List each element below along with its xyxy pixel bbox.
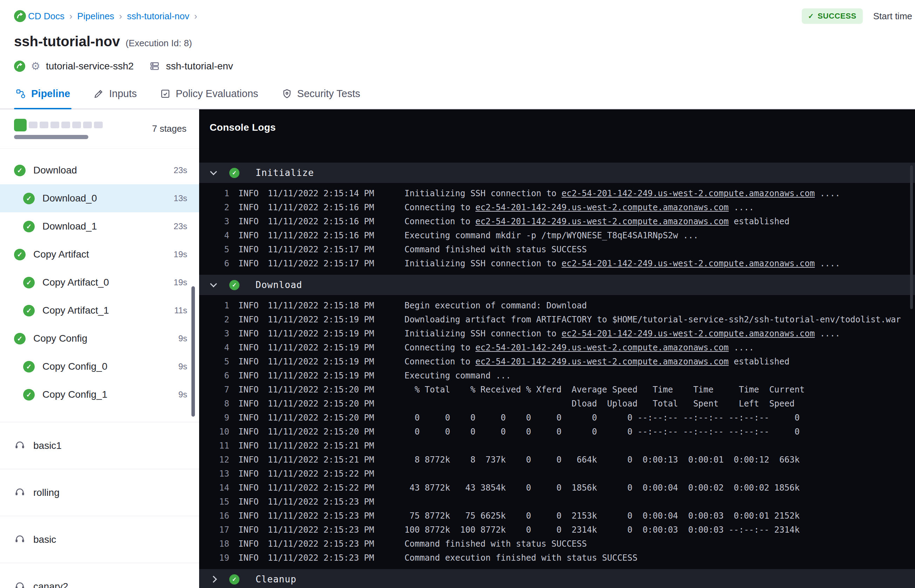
execution-sidebar: 7 stages ✓Download23s✓Download_013s✓Down… — [0, 109, 199, 588]
minimap-scroll-indicator[interactable] — [14, 135, 88, 139]
stage-duration: 9s — [178, 390, 187, 399]
log-timestamp: 11/11/2022 2:15:22 PM — [268, 467, 379, 481]
chevron-down-icon[interactable] — [210, 168, 217, 175]
log-timestamp: 11/11/2022 2:15:18 PM — [268, 299, 379, 313]
console-logs-title: Console Logs — [199, 109, 915, 133]
log-host-link[interactable]: ec2-54-201-142-249.us-west-2.compute.ama… — [475, 357, 729, 367]
log-timestamp: 11/11/2022 2:15:22 PM — [268, 481, 379, 495]
log-message: 0 0 0 0 0 0 0 0 --:--:-- --:--:-- --:--:… — [404, 411, 800, 425]
log-line-number: 2 — [199, 200, 229, 215]
stage-item-copy-artifact-1[interactable]: ✓Copy Artifact_111s — [0, 296, 199, 325]
log-line-number: 6 — [199, 368, 229, 383]
breadcrumb-link-ssh-tutorial-nov[interactable]: ssh-tutorial-nov — [127, 11, 189, 22]
log-line-number: 8 — [199, 397, 229, 411]
pipeline-item-canary2[interactable]: canary2 — [0, 563, 199, 588]
tab-label: Inputs — [109, 88, 137, 100]
service-gear-icon: ⚙ — [31, 61, 40, 71]
log-timestamp: 11/11/2022 2:15:19 PM — [268, 368, 379, 383]
log-level: INFO — [238, 495, 259, 509]
section-success-icon: ✓ — [229, 168, 239, 178]
inputs-icon — [93, 88, 104, 99]
log-message: 75 8772k 75 6625k 0 0 2153k 0 0:00:04 0:… — [404, 509, 800, 523]
tab-inputs[interactable]: Inputs — [92, 88, 138, 109]
log-line-number: 7 — [199, 383, 229, 397]
log-host-link[interactable]: ec2-54-201-142-249.us-west-2.compute.ama… — [475, 216, 729, 226]
pipeline-stage-icon — [14, 580, 26, 588]
log-level: INFO — [238, 411, 259, 425]
chevron-right-icon[interactable] — [210, 576, 217, 583]
log-line-number: 13 — [199, 467, 229, 481]
log-host-link[interactable]: ec2-54-201-142-249.us-west-2.compute.ama… — [562, 189, 815, 198]
tab-policy-evaluations[interactable]: Policy Evaluations — [158, 88, 259, 109]
log-host-link[interactable]: ec2-54-201-142-249.us-west-2.compute.ama… — [475, 343, 729, 352]
tab-label: Pipeline — [31, 88, 70, 100]
breadcrumb-separator: › — [194, 11, 197, 21]
breadcrumb-link-cd-docs[interactable]: CD Docs — [28, 11, 65, 22]
stage-item-copy-config-0[interactable]: ✓Copy Config_09s — [0, 352, 199, 381]
harness-cd-icon — [14, 10, 26, 22]
stage-duration: 9s — [178, 334, 187, 343]
log-host-link[interactable]: ec2-54-201-142-249.us-west-2.compute.ama… — [475, 202, 729, 212]
log-line: 4INFO11/11/2022 2:15:19 PMConnecting to … — [199, 341, 915, 355]
tab-security-tests[interactable]: Security Tests — [280, 88, 362, 109]
execution-id: (Execution Id: 8) — [126, 38, 192, 49]
log-timestamp: 11/11/2022 2:15:20 PM — [268, 425, 379, 439]
title-row: ssh-tutorial-nov (Execution Id: 8) — [0, 24, 915, 49]
chevron-down-icon[interactable] — [210, 280, 217, 288]
service-name[interactable]: tutorial-service-ssh2 — [46, 61, 134, 72]
log-line: 3INFO11/11/2022 2:15:19 PMInitializing S… — [199, 326, 915, 341]
log-level: INFO — [238, 355, 259, 368]
stage-success-icon: ✓ — [14, 165, 26, 176]
pipeline-label: basic — [33, 534, 56, 545]
breadcrumb-link-pipelines[interactable]: Pipelines — [77, 11, 114, 22]
tab-pipeline[interactable]: Pipeline — [14, 88, 71, 109]
log-line-number: 16 — [199, 509, 229, 523]
stage-label: Copy Config_1 — [42, 389, 107, 400]
log-host-link[interactable]: ec2-54-201-142-249.us-west-2.compute.ama… — [562, 258, 815, 268]
stage-item-download-0[interactable]: ✓Download_013s — [0, 184, 199, 212]
log-section-body: 1INFO11/11/2022 2:15:14 PMInitializing S… — [199, 183, 915, 275]
stage-item-copy-config[interactable]: ✓Copy Config9s — [0, 325, 199, 352]
tab-label: Policy Evaluations — [176, 88, 258, 100]
pipeline-item-basic1[interactable]: basic1 — [0, 422, 199, 469]
breadcrumb-separator: › — [70, 11, 72, 21]
log-timestamp: 11/11/2022 2:15:21 PM — [268, 439, 379, 453]
log-timestamp: 11/11/2022 2:15:17 PM — [268, 242, 379, 257]
stage-minimap-blocks — [14, 119, 103, 139]
log-timestamp: 11/11/2022 2:15:19 PM — [268, 341, 379, 355]
stage-item-copy-artifact-0[interactable]: ✓Copy Artifact_019s — [0, 268, 199, 296]
stage-item-copy-artifact[interactable]: ✓Copy Artifact19s — [0, 241, 199, 268]
log-section-header-cleanup[interactable]: ✓Cleanup — [199, 569, 915, 588]
log-message: Begin execution of command: Download — [404, 299, 587, 313]
log-line-number: 19 — [199, 551, 229, 565]
log-level: INFO — [238, 523, 259, 537]
log-level: INFO — [238, 368, 259, 383]
stage-success-icon: ✓ — [23, 361, 35, 373]
log-timestamp: 11/11/2022 2:15:23 PM — [268, 495, 379, 509]
log-level: INFO — [238, 326, 259, 341]
log-timestamp: 11/11/2022 2:15:14 PM — [268, 186, 379, 200]
log-section-header-initialize[interactable]: ✓Initialize — [199, 163, 915, 183]
stage-item-download-1[interactable]: ✓Download_123s — [0, 212, 199, 241]
log-line: 4INFO11/11/2022 2:15:16 PMExecuting comm… — [199, 228, 915, 242]
security-tests-icon — [281, 88, 293, 99]
log-level: INFO — [238, 453, 259, 467]
log-line-number: 12 — [199, 453, 229, 467]
stage-duration: 11s — [174, 305, 187, 315]
log-level: INFO — [238, 299, 259, 313]
log-line: 10INFO11/11/2022 2:15:20 PM 0 0 0 0 0 0 … — [199, 425, 915, 439]
stage-list: ✓Download23s✓Download_013s✓Download_123s… — [0, 149, 199, 409]
sidebar-scrollbar[interactable] — [191, 286, 195, 417]
console-scrollbar[interactable] — [910, 165, 913, 309]
stage-item-copy-config-1[interactable]: ✓Copy Config_19s — [0, 381, 199, 409]
log-host-link[interactable]: ec2-54-201-142-249.us-west-2.compute.ama… — [562, 329, 815, 339]
pipeline-item-basic[interactable]: basic — [0, 516, 199, 563]
log-section-header-download[interactable]: ✓Download — [199, 275, 915, 295]
start-time-label[interactable]: Start time — [873, 11, 912, 22]
environment-name[interactable]: ssh-tutorial-env — [166, 61, 233, 72]
stage-item-download[interactable]: ✓Download23s — [0, 156, 199, 184]
pipeline-item-rolling[interactable]: rolling — [0, 469, 199, 516]
log-message: Initializing SSH connection to ec2-54-20… — [404, 257, 840, 271]
console-logs-panel: Console Logs ✓Initialize1INFO11/11/2022 … — [199, 109, 915, 588]
log-line: 15INFO11/11/2022 2:15:23 PM — [199, 495, 915, 509]
